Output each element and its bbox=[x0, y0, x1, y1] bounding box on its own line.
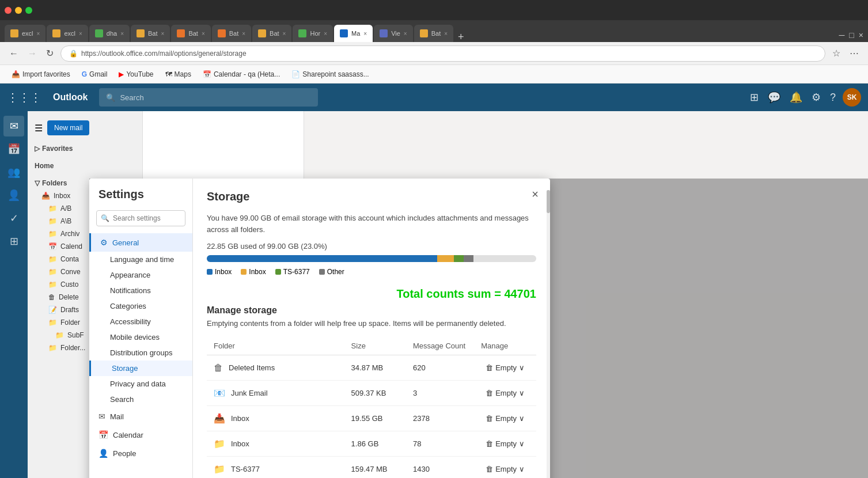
tab-8-active[interactable]: Ma × bbox=[334, 25, 373, 42]
cell-manage-inbox1: 🗑 Empty ∨ bbox=[474, 406, 536, 431]
empty-inbox2-button[interactable]: 🗑 Empty ∨ bbox=[481, 437, 529, 450]
cell-count-junk: 3 bbox=[406, 381, 474, 406]
settings-nav-people[interactable]: 👤 People bbox=[89, 444, 192, 462]
contacts-side-icon[interactable]: 👤 bbox=[3, 185, 24, 206]
bookmark-gmail[interactable]: G Gmail bbox=[77, 69, 112, 80]
storage-bar bbox=[207, 255, 536, 262]
chat-icon[interactable]: 💬 bbox=[765, 89, 783, 106]
tab-6[interactable]: Bat × bbox=[252, 25, 291, 42]
grid-view-icon[interactable]: ⊞ bbox=[748, 89, 761, 106]
settings-sub-appearance[interactable]: Appearance bbox=[89, 267, 192, 283]
calendar-nav-icon: 📅 bbox=[98, 430, 108, 439]
folder-name-junk: Junk Email bbox=[231, 389, 268, 397]
settings-sub-language[interactable]: Language and time bbox=[89, 252, 192, 267]
settings-sub-storage[interactable]: Storage bbox=[89, 361, 192, 376]
settings-close-button[interactable]: × bbox=[527, 185, 543, 203]
bar-inbox bbox=[207, 255, 437, 262]
tab-7[interactable]: Hor × bbox=[293, 25, 333, 42]
side-nav: ✉ 📅 👥 👤 ✓ ⊞ bbox=[0, 111, 28, 478]
search-placeholder: Search bbox=[120, 93, 143, 102]
tab-3[interactable]: Bat × bbox=[131, 25, 170, 42]
storage-usage-text: 22.85 GB used of 99.00 GB (23.0%) bbox=[207, 242, 536, 251]
hamburger-menu[interactable]: ☰ bbox=[35, 123, 43, 134]
settings-sub-accessibility[interactable]: Accessibility bbox=[89, 314, 192, 329]
settings-nav-mail[interactable]: ✉ Mail bbox=[89, 407, 192, 426]
favorites-header[interactable]: ▷ Favorites bbox=[28, 142, 142, 155]
help-icon[interactable]: ? bbox=[828, 89, 838, 106]
tab-0[interactable]: excl × bbox=[5, 25, 46, 42]
app-grid-button[interactable]: ⋮⋮⋮ bbox=[7, 90, 41, 104]
empty-junk-button[interactable]: 🗑 Empty ∨ bbox=[481, 386, 529, 400]
cell-folder-inbox1: 📥 Inbox bbox=[207, 406, 344, 431]
address-bar[interactable]: 🔒 https://outlook.office.com/mail/option… bbox=[60, 45, 825, 62]
apps-side-icon[interactable]: ⊞ bbox=[3, 231, 24, 252]
people-side-icon[interactable]: 👥 bbox=[3, 162, 24, 183]
settings-nav-general[interactable]: ⚙ General bbox=[89, 233, 192, 252]
trash-junk-icon: 🗑 bbox=[486, 389, 493, 397]
table-row: 📁 Inbox 1.86 GB 78 🗑 bbox=[207, 431, 536, 457]
legend-inbox1: Inbox bbox=[207, 268, 232, 276]
mail-icon[interactable]: ✉ bbox=[3, 116, 24, 136]
cell-count-inbox2: 78 bbox=[406, 431, 474, 457]
forward-button[interactable]: → bbox=[25, 46, 39, 61]
settings-gear-icon[interactable]: ⚙ bbox=[809, 89, 823, 106]
tab-5[interactable]: Bat × bbox=[212, 25, 251, 42]
browser-menu-button[interactable]: ⋯ bbox=[847, 45, 861, 61]
table-row: 📁 TS-6377 159.47 MB 1430 🗑 bbox=[207, 457, 536, 479]
tab-9[interactable]: Vie × bbox=[374, 25, 413, 42]
empty-deleted-button[interactable]: 🗑 Empty ∨ bbox=[481, 361, 529, 374]
back-button[interactable]: ← bbox=[7, 46, 21, 61]
tab-2[interactable]: dha × bbox=[89, 25, 130, 42]
deleted-items-icon: 🗑 bbox=[214, 363, 223, 373]
bookmark-maps[interactable]: 🗺 Maps bbox=[161, 69, 196, 80]
settings-sub-categories[interactable]: Categories bbox=[89, 298, 192, 314]
folder-name-inbox1: Inbox bbox=[231, 414, 249, 423]
scroll-thumb[interactable] bbox=[547, 190, 550, 213]
storage-description: You have 99.00 GB of email storage with … bbox=[207, 213, 536, 235]
calendar-side-icon[interactable]: 📅 bbox=[3, 139, 24, 160]
notification-bell-icon[interactable]: 🔔 bbox=[787, 89, 805, 106]
bookmark-import-favorites[interactable]: 📥 Import favorites bbox=[7, 69, 75, 80]
favorites-button[interactable]: ☆ bbox=[830, 45, 843, 61]
empty-inbox1-button[interactable]: 🗑 Empty ∨ bbox=[481, 412, 529, 425]
bookmark-sharepoint[interactable]: 📄 Sharepoint saasass... bbox=[287, 69, 373, 80]
empty-ts6377-button[interactable]: 🗑 Empty ∨ bbox=[481, 462, 529, 476]
user-avatar[interactable]: SK bbox=[843, 88, 861, 107]
scrollbar[interactable] bbox=[547, 179, 550, 478]
legend-other: Other bbox=[319, 268, 344, 276]
settings-sub-distribution[interactable]: Distribution groups bbox=[89, 345, 192, 361]
cell-folder-inbox2: 📁 Inbox bbox=[207, 431, 344, 457]
storage-table: Folder Size Message Count Manage bbox=[207, 337, 536, 478]
new-tab-button[interactable]: + bbox=[454, 32, 468, 42]
tab-4[interactable]: Bat × bbox=[171, 25, 210, 42]
settings-search-input[interactable] bbox=[96, 210, 185, 226]
settings-sub-mobile[interactable]: Mobile devices bbox=[89, 329, 192, 345]
search-bar[interactable]: 🔍 Search bbox=[99, 88, 318, 107]
legend-label-inbox1: Inbox bbox=[215, 268, 232, 276]
new-mail-button[interactable]: New mail bbox=[47, 120, 89, 135]
cell-count-inbox1: 2378 bbox=[406, 406, 474, 431]
bookmark-calendar[interactable]: 📅 Calendar - qa (Heta... bbox=[198, 69, 285, 80]
tab-1[interactable]: excl × bbox=[47, 25, 88, 42]
outlook-app: ⋮⋮⋮ Outlook 🔍 Search ⊞ 💬 🔔 ⚙ ? SK ✉ 📅 👥 … bbox=[0, 84, 868, 478]
settings-title: Settings bbox=[89, 188, 192, 210]
tasks-side-icon[interactable]: ✓ bbox=[3, 208, 24, 229]
settings-sub-privacy[interactable]: Privacy and data bbox=[89, 376, 192, 392]
cell-size-inbox2: 1.86 GB bbox=[344, 431, 406, 457]
folder-name-inbox2: Inbox bbox=[231, 439, 249, 448]
bookmark-youtube[interactable]: ▶ YouTube bbox=[114, 69, 158, 80]
bar-ts6377 bbox=[454, 255, 464, 262]
settings-sub-notifications[interactable]: Notifications bbox=[89, 283, 192, 298]
refresh-button[interactable]: ↻ bbox=[44, 45, 56, 61]
general-gear-icon: ⚙ bbox=[100, 238, 108, 247]
cell-manage-inbox2: 🗑 Empty ∨ bbox=[474, 431, 536, 457]
settings-nav-calendar[interactable]: 📅 Calendar bbox=[89, 426, 192, 444]
tab-10[interactable]: Bat × bbox=[414, 25, 453, 42]
cell-manage-ts6377: 🗑 Empty ∨ bbox=[474, 457, 536, 479]
cell-size-inbox1: 19.55 GB bbox=[344, 406, 406, 431]
home-item[interactable]: Home bbox=[28, 160, 142, 172]
settings-sub-search[interactable]: Search bbox=[89, 392, 192, 407]
browser-controls-bar: ← → ↻ 🔒 https://outlook.office.com/mail/… bbox=[0, 42, 868, 65]
trash-icon: 🗑 bbox=[486, 363, 493, 372]
settings-panel: Settings 🔍 ⚙ General Language and time A… bbox=[89, 179, 550, 478]
